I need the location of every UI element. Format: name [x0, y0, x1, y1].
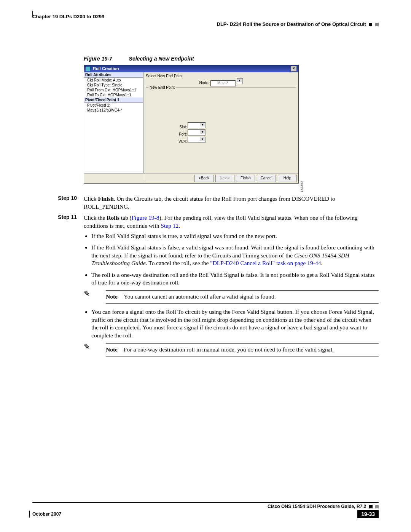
- pivot-header: Pivot/Fixed Point 1: [84, 97, 143, 103]
- select-endpoint-label: Select New End Point: [146, 74, 296, 78]
- header-section: DLP- D234 Roll the Source or Destination…: [217, 21, 379, 27]
- bullet-list: If the Roll Valid Signal status is true,…: [84, 232, 379, 287]
- header-square-icon: [369, 23, 372, 26]
- footer-square-icon: [375, 505, 379, 508]
- step-body: Click the Rolls tab (Figure 19-8). For t…: [84, 214, 379, 361]
- step-label: Step 11: [32, 214, 84, 361]
- note-block: ✎ Note You cannot cancel an automatic ro…: [84, 290, 379, 304]
- attr-row: Roll From Ckt: HOPMavs1::1: [84, 88, 143, 93]
- note-label: Note: [106, 293, 118, 301]
- pivot-row: Pivot/Fixed 1: Mavs3/s12/p3/VC4-*: [84, 103, 143, 113]
- dialog-titlebar: Roll Creation ×: [84, 65, 298, 72]
- new-endpoint-fieldset: New End Point Slot: Port: VC4:: [146, 87, 296, 180]
- dialog-title-text: Roll Creation: [93, 66, 119, 71]
- chapter-text: Chapter 19 DLPs D200 to D299: [32, 14, 104, 19]
- list-item: The roll is a one-way destination roll a…: [91, 271, 379, 287]
- note-block: ✎ Note For a one-way destination roll in…: [84, 343, 379, 356]
- cross-ref-link[interactable]: "DLP-D240 Cancel a Roll" task on page 19…: [210, 260, 321, 266]
- fieldset-legend: New End Point: [148, 85, 176, 89]
- pencil-icon: ✎: [84, 289, 90, 299]
- step-label: Step 10: [32, 195, 84, 211]
- new-endpoint-pane: Select New End Point Node: Mavs3 New End…: [143, 72, 298, 173]
- roll-creation-dialog: Roll Creation × Roll Attributes Ckt Roll…: [84, 65, 299, 184]
- list-item: You can force a signal onto the Roll To …: [91, 308, 379, 339]
- roll-attributes-pane: Roll Attributes Ckt Roll Mode: Auto Ckt …: [84, 72, 143, 173]
- list-item: If the Roll Valid Signal status is true,…: [91, 232, 379, 240]
- footer-square-icon: [369, 505, 373, 508]
- header-chapter: Chapter 19 DLPs D200 to D299: [32, 14, 104, 19]
- node-label: Node:: [199, 81, 209, 85]
- page-footer: Cisco ONS 15454 SDH Procedure Guide, R7.…: [32, 502, 379, 518]
- page-number: 19-33: [357, 510, 379, 518]
- section-text: DLP- D234 Roll the Source or Destination…: [217, 21, 366, 27]
- window-icon: [86, 67, 90, 71]
- figure-title: Selecting a New Endpoint: [129, 56, 194, 62]
- figure-number: Figure 19-7: [84, 56, 112, 62]
- list-item: If the Roll Valid Signal status is false…: [91, 244, 379, 267]
- close-icon[interactable]: ×: [291, 66, 297, 72]
- slot-dropdown[interactable]: [188, 122, 206, 128]
- step-body: Click Finish. On the Circuits tab, the c…: [84, 195, 379, 211]
- port-dropdown[interactable]: [188, 129, 206, 136]
- node-input[interactable]: Mavs3: [210, 80, 236, 86]
- image-number: 134352: [300, 181, 304, 192]
- figure-caption: Figure 19-7 Selecting a New Endpoint: [84, 56, 379, 62]
- roll-attributes-header: Roll Attributes: [84, 72, 143, 78]
- page-header: Chapter 19 DLPs D200 to D299 DLP- D234 R…: [32, 14, 379, 33]
- step-link[interactable]: Step 12: [161, 222, 178, 229]
- attr-row: Ckt Roll Mode: Auto: [84, 78, 143, 83]
- figure-link[interactable]: Figure 19-8: [132, 214, 159, 221]
- footer-guide: Cisco ONS 15454 SDH Procedure Guide, R7.…: [32, 504, 379, 509]
- vc4-label: VC4:: [178, 139, 187, 144]
- port-label: Port:: [179, 132, 187, 136]
- bullet-list: You can force a signal onto the Roll To …: [84, 308, 379, 339]
- header-square-icon: [375, 23, 379, 26]
- footer-date: October 2007: [32, 511, 61, 517]
- note-label: Note: [106, 346, 118, 354]
- pencil-icon: ✎: [84, 342, 90, 352]
- vc4-dropdown[interactable]: [188, 137, 206, 143]
- step-11: Step 11 Click the Rolls tab (Figure 19-8…: [32, 214, 379, 361]
- node-dropdown[interactable]: [237, 78, 243, 84]
- note-text: For a one-way destination roll in manual…: [124, 346, 334, 354]
- attr-row: Ckt Roll Type: Single: [84, 83, 143, 88]
- step-10: Step 10 Click Finish. On the Circuits ta…: [32, 195, 379, 211]
- note-text: You cannot cancel an automatic roll afte…: [124, 293, 276, 301]
- attr-row: Roll To Ckt: HOPMavs1::1: [84, 93, 143, 97]
- slot-label: Slot:: [179, 125, 187, 129]
